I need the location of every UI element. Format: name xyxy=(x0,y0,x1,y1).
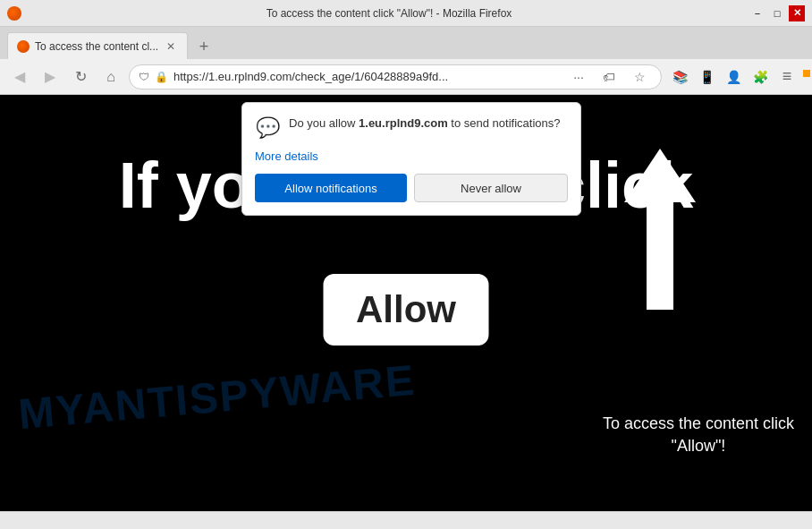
forward-button[interactable]: ▶ xyxy=(38,64,63,90)
security-icon: 🛡 xyxy=(139,71,149,83)
tab-bar: To access the content cl... ✕ + xyxy=(0,27,812,59)
allow-notifications-button[interactable]: Allow notifications xyxy=(255,174,407,202)
lock-icon: 🔒 xyxy=(155,71,168,83)
title-bar: To access the content click "Allow"! - M… xyxy=(0,0,812,27)
allow-button[interactable]: Allow xyxy=(324,274,489,346)
notification-popup: 💬 Do you allow 1.eu.rplnd9.com to send n… xyxy=(241,102,581,216)
browser-window: To access the content click "Allow"! - M… xyxy=(0,0,812,529)
never-allow-button[interactable]: Never allow xyxy=(414,174,568,202)
close-button[interactable]: ✕ xyxy=(789,5,805,21)
firefox-icon xyxy=(7,6,21,21)
watermark-text: MYANTISPYWARE xyxy=(16,355,418,439)
synced-tabs-button[interactable]: 📱 xyxy=(694,64,719,90)
allow-button-container: Allow xyxy=(324,274,489,346)
more-options-icon[interactable]: ··· xyxy=(566,64,591,90)
bookmark-icon[interactable]: ☆ xyxy=(627,64,652,90)
tab-close-button[interactable]: ✕ xyxy=(164,39,178,54)
home-button[interactable]: ⌂ xyxy=(98,64,123,90)
popup-header: 💬 Do you allow 1.eu.rplnd9.com to send n… xyxy=(255,115,568,141)
navigation-bar: ◀ ▶ ↻ ⌂ 🛡 🔒 https://1.eu.rplnd9.com/chec… xyxy=(0,59,812,95)
arrow-indicator xyxy=(624,149,696,310)
reload-button[interactable]: ↻ xyxy=(68,64,93,90)
url-text: https://1.eu.rplnd9.com/check_age/1/6042… xyxy=(173,70,561,83)
tab-label: To access the content cl... xyxy=(35,40,158,53)
pocket-icon[interactable]: 🏷 xyxy=(596,64,622,90)
minimize-button[interactable]: − xyxy=(749,5,765,21)
svg-marker-0 xyxy=(624,149,696,310)
active-tab[interactable]: To access the content cl... ✕ xyxy=(7,32,188,59)
status-bar xyxy=(0,511,812,529)
tab-favicon xyxy=(17,40,30,53)
popup-message-icon: 💬 xyxy=(255,115,280,141)
library-button[interactable]: 📚 xyxy=(667,64,692,90)
popup-message: Do you allow 1.eu.rplnd9.com to send not… xyxy=(289,115,561,132)
address-bar[interactable]: 🛡 🔒 https://1.eu.rplnd9.com/check_age/1/… xyxy=(129,64,662,90)
window-title: To access the content click "Allow"! - M… xyxy=(29,7,749,20)
extra-nav-buttons: 📚 📱 👤 🧩 ≡ xyxy=(667,64,799,90)
maximize-button[interactable]: □ xyxy=(769,5,785,21)
account-button[interactable]: 👤 xyxy=(721,64,746,90)
popup-buttons: Allow notifications Never allow xyxy=(255,174,568,202)
menu-button[interactable]: ≡ xyxy=(774,64,799,90)
more-details-link[interactable]: More details xyxy=(255,149,568,163)
content-area: If you are 18+ click MYANTISPYWARE Allow… xyxy=(0,95,812,511)
extensions-button[interactable]: 🧩 xyxy=(748,64,773,90)
window-controls: − □ ✕ xyxy=(749,5,805,21)
back-button[interactable]: ◀ xyxy=(7,64,32,90)
bottom-instruction-text: To access the content click "Allow"! xyxy=(603,413,794,457)
new-tab-button[interactable]: + xyxy=(191,34,216,59)
